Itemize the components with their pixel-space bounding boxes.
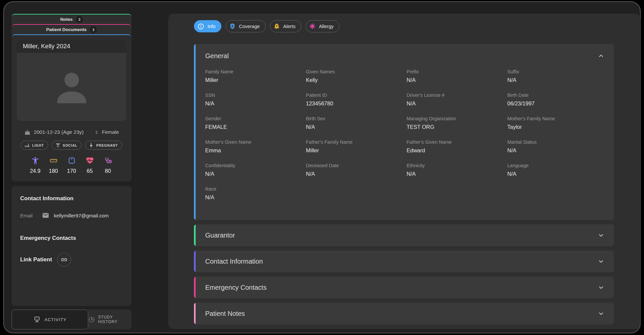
link-patient-button[interactable] <box>57 253 71 267</box>
patient-photo[interactable] <box>17 53 126 121</box>
patient-name: Miller, Kelly 2024 <box>17 40 126 53</box>
pregnancy-status-chip[interactable]: PREGNANT <box>85 141 122 150</box>
field-label: Birth Date <box>507 93 603 98</box>
chevron-down-icon[interactable] <box>597 257 605 265</box>
patient-photo-card: Miller, Kelly 2024 <box>17 40 126 121</box>
general-field: Managing Organization TEST ORG <box>407 116 502 130</box>
field-label: Father's Given Name <box>407 139 502 145</box>
alcohol-status-chip[interactable]: SOCIAL <box>52 141 82 150</box>
general-section: General Family Name Miller Given Names K… <box>194 44 614 220</box>
field-value: N/A <box>407 100 502 107</box>
general-field: Prefix N/A <box>407 69 502 83</box>
tab-alerts[interactable]: Alerts <box>270 20 301 32</box>
guarantor-section-header[interactable]: Guarantor <box>194 224 614 246</box>
vital-heart-rate[interactable]: 65 <box>85 156 95 174</box>
tab-coverage[interactable]: Coverage <box>226 20 266 32</box>
field-value: FEMALE <box>205 124 301 130</box>
contact-information-section-header[interactable]: Contact Information <box>194 250 614 272</box>
field-label: Race <box>205 186 301 192</box>
guarantor-accent-bar <box>194 224 196 246</box>
weight-value: 170 <box>67 168 76 174</box>
general-section-header[interactable]: General <box>194 44 614 60</box>
general-field: Confidentiality N/A <box>205 163 301 177</box>
chevron-down-icon[interactable] <box>597 310 605 317</box>
patient-sidebar: Notes 3 Patient Documents 3 Miller, Kell… <box>12 14 132 329</box>
field-value: N/A <box>205 171 301 177</box>
ruler-icon <box>49 156 58 165</box>
patient-documents-tab[interactable]: Patient Documents 3 <box>12 24 132 34</box>
field-label: Managing Organization <box>407 116 502 121</box>
activity-button-label: ACTIVITY <box>45 317 67 322</box>
field-value: 06/23/1997 <box>507 100 603 107</box>
patient-notes-section-title: Patient Notes <box>205 310 245 317</box>
general-field: Birth Date 06/23/1997 <box>507 93 603 107</box>
female-gender-icon: ♀ <box>94 129 99 135</box>
vitals-row: 24.9 180 <box>17 156 126 174</box>
study-history-button[interactable]: STUDY HISTORY <box>88 310 132 329</box>
field-value: Miller <box>306 147 401 154</box>
general-field: Marital Status N/A <box>507 139 603 154</box>
general-field: Driver's License # N/A <box>407 93 502 107</box>
emergency-contacts-section-header[interactable]: Emergency Contacts <box>194 277 614 298</box>
field-label: Marital Status <box>507 139 603 145</box>
bmi-value: 24.9 <box>30 168 40 174</box>
general-field: Patient ID 123456780 <box>306 93 401 107</box>
general-field: Family Name Miller <box>205 69 301 83</box>
general-field: Mother's Given Name Emma <box>205 139 301 154</box>
field-value: Emma <box>205 147 301 154</box>
patient-birth-date: 2001-12-23 (Age 23y) <box>34 129 84 135</box>
tab-info[interactable]: Info <box>194 20 221 32</box>
field-value: TEST ORG <box>407 124 502 130</box>
tab-info-label: Info <box>208 24 215 29</box>
field-label: Driver's License # <box>407 93 502 98</box>
tab-allergy-label: Allergy <box>319 24 333 29</box>
emergency-contacts-heading: Emergency Contacts <box>20 235 123 242</box>
notes-tab[interactable]: Notes 3 <box>12 14 132 24</box>
shield-plus-icon <box>229 23 236 30</box>
email-value[interactable]: kellymiller97@gmail.com <box>54 213 109 218</box>
field-label: Given Names <box>306 69 401 74</box>
field-value: Edward <box>407 147 502 154</box>
patient-notes-section-header[interactable]: Patient Notes <box>194 303 614 324</box>
vital-height[interactable]: 180 <box>48 156 59 174</box>
general-accent-bar <box>194 44 196 220</box>
patient-meta-row: 2001-12-23 (Age 23y) ♀ Female <box>17 129 126 135</box>
field-value: N/A <box>407 77 502 83</box>
patient-gender: Female <box>102 129 119 135</box>
general-field: Birth Sex N/A <box>306 116 401 130</box>
sidebar-contact-panel: Contact Information Email kellymiller97@… <box>12 186 132 306</box>
general-section-title: General <box>205 52 229 60</box>
field-label: Gender <box>205 116 301 121</box>
contact-information-section-title: Contact Information <box>205 258 263 265</box>
study-history-button-label: STUDY HISTORY <box>98 315 132 324</box>
chevron-up-icon[interactable] <box>597 52 605 60</box>
field-value: N/A <box>205 194 301 201</box>
patient-info-panel: Info Coverage <box>168 14 640 329</box>
vital-bmi[interactable]: 24.9 <box>30 156 41 174</box>
chevron-down-icon[interactable] <box>597 231 605 239</box>
field-value: N/A <box>306 124 401 130</box>
emergency-contacts-section-title: Emergency Contacts <box>205 284 267 291</box>
chevron-down-icon[interactable] <box>597 283 605 291</box>
link-patient-row: Link Patient <box>20 253 123 267</box>
general-field: Given Names Kelly <box>306 69 401 83</box>
vital-weight[interactable]: 170 <box>66 156 77 174</box>
field-label: Birth Sex <box>306 116 401 121</box>
habit-chips-row: LIGHT SOCIAL <box>17 141 126 150</box>
field-value: Miller <box>205 77 301 83</box>
smoking-status-chip[interactable]: LIGHT <box>21 141 48 150</box>
tab-allergy[interactable]: Allergy <box>306 20 339 32</box>
tab-alerts-label: Alerts <box>283 24 295 29</box>
field-value: N/A <box>306 171 401 177</box>
general-field: Deceased Date N/A <box>306 163 401 177</box>
notes-count-badge: 3 <box>76 16 83 23</box>
activity-button[interactable]: ACTIVITY <box>12 310 88 329</box>
field-value: Taylor <box>507 124 603 130</box>
field-label: Deceased Date <box>306 163 401 168</box>
field-label: Suffix <box>507 69 603 74</box>
info-tabs-row: Info Coverage <box>194 20 614 32</box>
patient-documents-count-badge: 3 <box>90 26 97 33</box>
vital-blood-pressure[interactable]: 80 <box>103 156 113 174</box>
field-label: Patient ID <box>306 93 401 98</box>
blood-pressure-value: 80 <box>105 168 111 174</box>
